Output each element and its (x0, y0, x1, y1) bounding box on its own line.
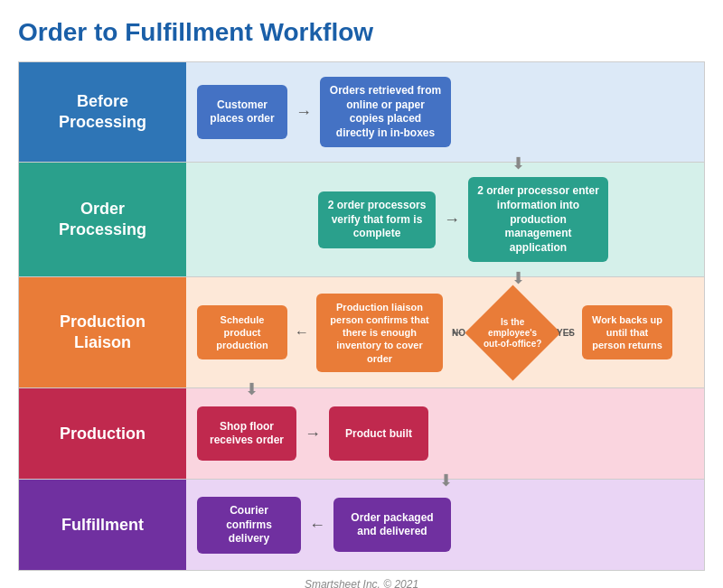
lane-label-production: Production (19, 388, 186, 479)
row-production: Production Shop floor receives order → P… (19, 388, 704, 480)
arrow-left-liaison: ← (289, 324, 315, 341)
arrow-right-3: → (300, 425, 325, 443)
row-order: OrderProcessing 2 order processors verif… (19, 163, 704, 277)
lane-content-before: Customer places order → Orders retrieved… (186, 62, 704, 162)
box-order-packaged: Order packaged and delivered (333, 498, 451, 552)
box-product-built: Product built (329, 406, 428, 461)
workflow-diagram: BeforeProcessing Customer places order →… (18, 61, 705, 571)
down-arrow-after-liaison: ⬇ (245, 379, 258, 399)
box-work-backs-up: Work backs up until that person returns (582, 305, 672, 359)
box-customer-places-order: Customer places order (197, 85, 287, 139)
lane-content-liaison: Schedule product production ← Production… (186, 277, 704, 387)
row-before: BeforeProcessing Customer places order →… (19, 62, 704, 163)
lane-label-fulfillment: Fulfillment (19, 480, 186, 570)
box-shop-floor: Shop floor receives order (197, 406, 296, 461)
box-enter-info: 2 order processor enter information into… (468, 177, 608, 262)
box-schedule-production: Schedule product production (197, 305, 287, 359)
lane-label-before: BeforeProcessing (19, 62, 186, 162)
down-arrow-after-before: ⬇ (512, 154, 525, 173)
diamond-text: Is the employee's out-of-office? (484, 316, 542, 349)
diamond-container: Is the employee's out-of-office? NO YES (472, 292, 553, 373)
diamond-yes-label: YES (557, 328, 575, 338)
arrow-left-fulfillment: ← (305, 516, 330, 535)
box-verify-form: 2 order processors verify that form is c… (318, 191, 436, 248)
arrow-right-1: → (291, 103, 316, 122)
lane-content-order: 2 order processors verify that form is c… (186, 163, 704, 276)
down-arrow-after-production: ⬇ (439, 471, 453, 490)
page-title: Order to Fulfillment Workflow (18, 18, 705, 47)
row-liaison: ProductionLiaison Schedule product produ… (19, 277, 704, 388)
lane-content-fulfillment: Courier confirms delivery ← Order packag… (186, 480, 704, 570)
down-arrow-after-order: ⬇ (512, 268, 525, 288)
arrow-right-2: → (439, 210, 465, 229)
lane-label-order: OrderProcessing (19, 163, 186, 276)
footer-text: Smartsheet Inc. © 2021 (18, 578, 705, 588)
row-fulfillment: Fulfillment Courier confirms delivery ← … (19, 480, 704, 570)
box-liaison-confirms: Production liaison person confirms that … (316, 294, 443, 372)
diamond-no-label: NO (452, 328, 465, 338)
box-courier-confirms: Courier confirms delivery (197, 497, 301, 554)
lane-label-liaison: ProductionLiaison (19, 277, 186, 387)
lane-content-production: Shop floor receives order → Product buil… (186, 388, 704, 479)
box-orders-retrieved: Orders retrieved from online or paper co… (320, 77, 451, 147)
